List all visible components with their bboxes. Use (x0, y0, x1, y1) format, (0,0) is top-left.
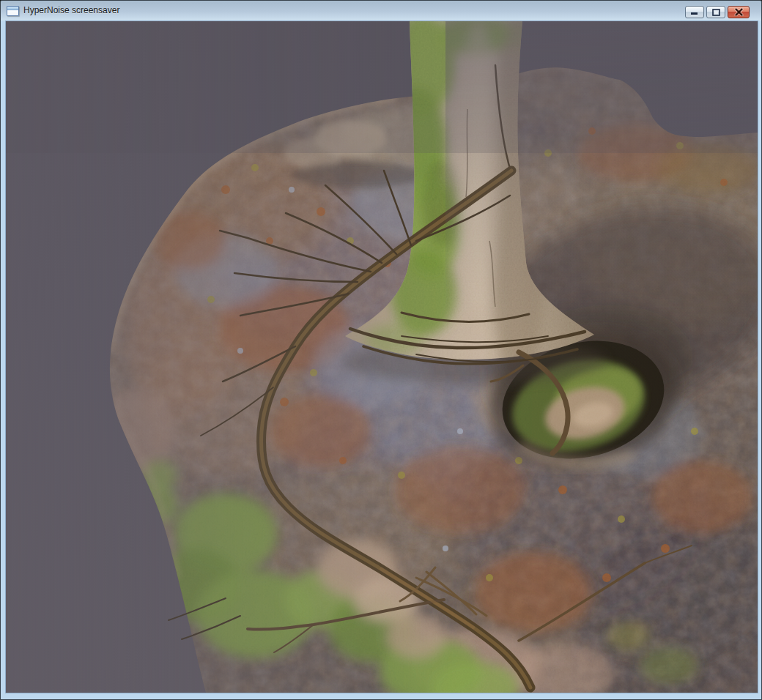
window-frame-left[interactable] (1, 21, 6, 699)
window-title: HyperNoise screensaver (23, 1, 119, 21)
minimize-icon (690, 9, 699, 15)
application-window-icon[interactable] (7, 6, 19, 16)
close-button[interactable] (728, 6, 750, 18)
screensaver-window: HyperNoise screensaver (0, 0, 762, 700)
window-controls (685, 6, 750, 18)
minimize-button[interactable] (685, 6, 704, 18)
close-icon (734, 8, 744, 16)
fog-overlay (6, 21, 758, 693)
screensaver-scene (6, 21, 758, 693)
titlebar[interactable]: HyperNoise screensaver (1, 1, 761, 21)
screensaver-viewport (6, 21, 758, 693)
maximize-button[interactable] (706, 6, 725, 18)
maximize-icon (712, 9, 720, 16)
